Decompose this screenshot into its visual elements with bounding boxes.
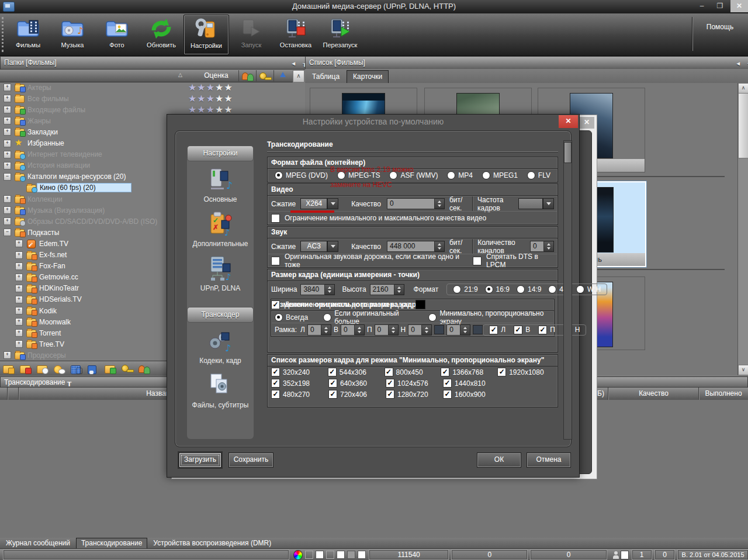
checkbox-checked-icon[interactable]: ✓	[271, 379, 280, 388]
chevron-down-icon[interactable]	[327, 198, 338, 209]
tree-item-label[interactable]: Жанры	[25, 116, 53, 126]
expand-icon[interactable]: +	[15, 251, 23, 259]
tree-item-label[interactable]: Избранные	[25, 139, 67, 148]
aspect-option[interactable]: 16:9	[485, 285, 510, 293]
save-icon[interactable]	[88, 364, 99, 374]
sidebar-item[interactable]: ♪UPnP, DLNA	[187, 254, 254, 292]
spinner-arrows-icon[interactable]	[389, 324, 399, 336]
tree-item-label[interactable]: Интернет телевидение	[25, 150, 105, 159]
tree-item-label[interactable]: Продюсеры	[25, 351, 68, 360]
tree-item-label[interactable]: Каталоги медиа-ресурсов (20)	[25, 172, 128, 181]
sidebar-item[interactable]: ✓✗♪Дополнительные	[187, 210, 254, 248]
expand-icon[interactable]: +	[15, 307, 23, 314]
width-spinner[interactable]: 3840	[300, 284, 335, 295]
sidebar-item[interactable]: Файлы, субтитры	[187, 371, 254, 409]
tree-item-label[interactable]: Образы CD/SACD/DVD/DVD-A/BD (ISO)	[25, 217, 160, 226]
tree-item-label[interactable]: Fox-Fan	[37, 261, 68, 271]
border-side-option[interactable]: ✓П	[538, 326, 555, 334]
background-dialog-close-button[interactable]: ✕	[579, 117, 594, 129]
radio-icon[interactable]	[275, 171, 283, 179]
checkbox-checked-icon[interactable]: ✓	[538, 326, 547, 334]
checkbox-checked-icon[interactable]: ✓	[271, 390, 280, 399]
tree-item-label[interactable]: Музыка (Визуализация)	[25, 206, 107, 215]
bottom-tab-1[interactable]: Журнал сообщений	[1, 538, 75, 548]
video-limit-checkbox[interactable]	[271, 214, 280, 223]
spinner-arrows-icon[interactable]	[460, 324, 470, 336]
toolbar-button-5[interactable]: Настройки	[183, 15, 229, 55]
radio-icon[interactable]	[323, 313, 331, 322]
rating-stars[interactable]: ★★★★★	[188, 93, 233, 104]
checkbox-checked-icon[interactable]: ✓	[497, 368, 506, 376]
close-button[interactable]: ✕	[730, 0, 748, 12]
tree-item-label[interactable]: Актеры	[25, 83, 54, 92]
del-icon[interactable]	[20, 364, 32, 374]
size-option[interactable]: ✓640x360	[328, 379, 386, 388]
sun-icon[interactable]	[54, 364, 65, 374]
sort-triangle-icon[interactable]: △	[178, 72, 182, 78]
users-filter-icon[interactable]	[238, 70, 256, 81]
size-option[interactable]: ✓1920x1080	[497, 368, 554, 376]
radio-icon[interactable]	[517, 285, 525, 293]
tree-item-label[interactable]: Kodik	[37, 306, 59, 316]
queue-col-quality[interactable]: Качество	[609, 388, 699, 400]
expand-icon[interactable]: +	[4, 140, 11, 147]
spinner-arrows-icon[interactable]	[435, 241, 445, 252]
tree-item-label[interactable]: Edem.TV	[37, 239, 71, 248]
border-spinner[interactable]: 0	[446, 324, 470, 336]
tree-item-label[interactable]: HDKinoTeatr	[37, 284, 81, 293]
collapse-icon[interactable]: −	[4, 173, 11, 181]
expand-icon[interactable]: +	[15, 262, 23, 270]
checkbox-checked-icon[interactable]: ✓	[386, 379, 394, 388]
ok-button[interactable]: ОК	[477, 452, 521, 468]
radio-icon[interactable]	[428, 313, 437, 322]
size-option[interactable]: ✓480x270	[271, 390, 328, 399]
dialog-close-button[interactable]: ✕	[559, 115, 578, 128]
spinner-arrows-icon[interactable]	[355, 324, 365, 336]
padding-color-checkbox[interactable]: ✓	[271, 300, 280, 309]
tree-item-label[interactable]: Все фильмы	[25, 94, 71, 103]
expand-icon[interactable]: +	[4, 217, 11, 225]
toolbar-button-2[interactable]: ♪Музыка	[50, 15, 95, 54]
grid-icon[interactable]	[71, 364, 82, 374]
checkbox-checked-icon[interactable]: ✓	[328, 390, 337, 399]
toolbar-button-8[interactable]: Перезапуск	[318, 15, 362, 54]
size-option[interactable]: ✓800x450	[385, 368, 441, 376]
tree-item[interactable]: +Актеры★★★★★	[0, 82, 303, 93]
chevron-down-icon[interactable]	[543, 198, 554, 209]
expand-icon[interactable]: +	[4, 162, 11, 170]
expand-icon[interactable]: +	[4, 195, 11, 203]
container-format-option[interactable]: MPEG1	[482, 171, 518, 179]
checkbox-checked-icon[interactable]: ✓	[443, 390, 452, 399]
spinner-arrows-icon[interactable]	[325, 284, 335, 295]
border-color-swatch[interactable]	[473, 325, 483, 334]
border-spinner[interactable]: 0	[341, 324, 365, 336]
padding-color-swatch[interactable]	[415, 300, 425, 309]
toolbar-button-7[interactable]: Остановка	[273, 15, 318, 54]
tree-item-label[interactable]: Закладки	[25, 127, 60, 137]
video-quality-value[interactable]: 0	[387, 198, 435, 209]
edit-icon[interactable]	[3, 364, 15, 374]
container-format-option[interactable]: MPEG (DVD)	[275, 171, 328, 179]
tab-cards[interactable]: Карточки	[347, 70, 389, 83]
radio-icon[interactable]	[485, 285, 493, 293]
audio-quality-value[interactable]: 448 000	[387, 241, 435, 252]
size-option[interactable]: ✓1280x720	[386, 390, 443, 399]
bottom-tab-3[interactable]: Устройства воспроизведения (DMR)	[148, 538, 276, 548]
expand-icon[interactable]: +	[15, 340, 23, 348]
toolbar-button-3[interactable]: Фото	[95, 15, 139, 54]
size-option[interactable]: ✓1440x810	[443, 379, 500, 388]
tree-item[interactable]: +Все фильмы★★★★★	[0, 93, 303, 104]
dialog-scroll-thumb[interactable]	[564, 142, 572, 163]
size-option[interactable]: ✓720x406	[328, 390, 386, 399]
border-side-option[interactable]: ✓Л	[489, 326, 505, 334]
tree-item-label[interactable]: Torrent	[37, 329, 63, 338]
open-icon[interactable]	[105, 364, 116, 374]
size-option[interactable]: ✓1600x900	[443, 390, 500, 399]
radio-icon[interactable]	[527, 171, 535, 179]
radio-icon[interactable]	[576, 285, 584, 293]
border-spinner[interactable]: 0	[375, 324, 399, 336]
radio-icon[interactable]	[275, 313, 283, 322]
sort-order-icon[interactable]	[273, 70, 291, 81]
width-value[interactable]: 3840	[300, 284, 325, 295]
expand-icon[interactable]: +	[4, 106, 11, 113]
